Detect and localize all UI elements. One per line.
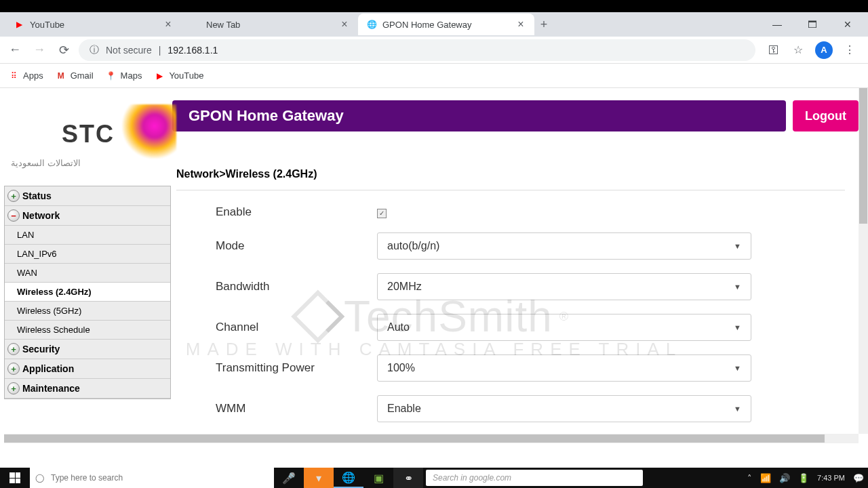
sidebar-section-maintenance[interactable]: + Maintenance: [5, 379, 170, 399]
bookmark-maps[interactable]: 📍 Maps: [106, 70, 142, 81]
tab-title: GPON Home Gateway: [382, 20, 510, 30]
scrollbar-thumb[interactable]: [4, 434, 825, 443]
forward-button[interactable]: →: [30, 41, 49, 60]
taskbar-app-1[interactable]: ▾: [304, 468, 334, 488]
close-icon[interactable]: ×: [339, 19, 350, 30]
tab-newtab[interactable]: New Tab ×: [182, 14, 358, 35]
vertical-scrollbar[interactable]: [859, 88, 868, 434]
bookmarks-bar: ⠿ Apps M Gmail 📍 Maps ▶ YouTube: [0, 64, 868, 88]
enable-label: Enable: [176, 205, 377, 219]
minimize-button[interactable]: —: [768, 19, 787, 30]
youtube-icon: ▶: [154, 70, 165, 81]
bookmark-apps[interactable]: ⠿ Apps: [8, 70, 43, 81]
sidebar-label: Application: [22, 363, 74, 374]
windows-icon: [9, 472, 20, 483]
enable-checkbox[interactable]: ✓: [377, 209, 387, 218]
separator: |: [159, 45, 161, 56]
google-search-box[interactable]: Search in google.com: [426, 470, 643, 486]
power-select[interactable]: 100%▼: [377, 354, 751, 382]
minus-icon: −: [7, 209, 20, 222]
horizontal-scrollbar[interactable]: [4, 434, 859, 443]
sidebar-item-lan[interactable]: LAN: [5, 226, 170, 245]
start-button[interactable]: [0, 468, 30, 488]
search-placeholder: Type here to search: [51, 473, 123, 483]
omnibox[interactable]: ⓘ Not secure | 192.168.1.1: [79, 39, 755, 61]
bandwidth-label: Bandwidth: [176, 280, 377, 293]
browser-chrome: ▶ YouTube × New Tab × 🌐 GPON Home Gatewa…: [0, 12, 868, 88]
sidebar-item-wireless-schedule[interactable]: Wireless Schedule: [5, 321, 170, 340]
sidebar-section-security[interactable]: + Security: [5, 340, 170, 359]
menu-icon[interactable]: ⋮: [842, 43, 857, 58]
close-icon[interactable]: ×: [163, 19, 174, 30]
battery-icon[interactable]: 🔋: [798, 473, 809, 483]
select-value: auto(b/g/n): [387, 240, 439, 252]
taskbar-app-2[interactable]: ▣: [363, 468, 393, 488]
bookmark-youtube[interactable]: ▶ YouTube: [154, 70, 203, 81]
chevron-down-icon: ▼: [734, 405, 741, 413]
logout-button[interactable]: Logout: [793, 100, 859, 131]
wifi-icon[interactable]: 📶: [760, 473, 771, 483]
mode-select[interactable]: auto(b/g/n)▼: [377, 232, 751, 260]
tab-youtube[interactable]: ▶ YouTube ×: [5, 14, 182, 35]
page-title-banner: GPON Home Gateway: [172, 100, 786, 131]
volume-icon[interactable]: 🔊: [779, 473, 790, 483]
tab-gpon[interactable]: 🌐 GPON Home Gateway ×: [358, 14, 534, 35]
sidebar: + Status − Network LAN LAN_IPv6 WAN Wire…: [4, 186, 171, 399]
back-button[interactable]: ←: [5, 41, 24, 60]
blank-icon: [190, 19, 201, 30]
bookmark-label: Gmail: [71, 70, 94, 81]
mode-label: Mode: [176, 239, 377, 253]
scrollbar-thumb[interactable]: [859, 88, 867, 224]
wmm-select[interactable]: Enable▼: [377, 395, 751, 422]
sidebar-section-network[interactable]: − Network: [5, 206, 170, 226]
taskbar-chrome[interactable]: 🌐: [334, 468, 363, 488]
gmail-icon: M: [56, 70, 66, 81]
search-icon: ◯: [35, 473, 44, 483]
sidebar-item-lan-ipv6[interactable]: LAN_IPv6: [5, 245, 170, 264]
logo-arabic: الاتصالات السعودية: [11, 158, 81, 168]
taskbar-search[interactable]: ◯ Type here to search: [30, 468, 274, 488]
select-value: 20MHz: [387, 281, 422, 293]
channel-select[interactable]: Auto▼: [377, 314, 751, 341]
tray-chevron-icon[interactable]: ˄: [747, 473, 752, 483]
channel-label: Channel: [176, 321, 377, 334]
new-tab-button[interactable]: +: [534, 15, 553, 34]
taskbar-mic-icon[interactable]: 🎤: [274, 468, 304, 488]
youtube-icon: ▶: [14, 19, 24, 30]
bandwidth-select[interactable]: 20MHz▼: [377, 273, 751, 300]
bookmark-gmail[interactable]: M Gmail: [56, 70, 94, 81]
sidebar-label: Network: [22, 210, 60, 221]
taskbar-app-3[interactable]: ⚭: [393, 468, 423, 488]
chevron-down-icon: ▼: [734, 323, 741, 331]
close-icon[interactable]: ×: [515, 19, 526, 30]
reload-button[interactable]: ⟳: [54, 41, 73, 60]
close-window-button[interactable]: ✕: [838, 19, 857, 30]
maps-icon: 📍: [106, 70, 117, 81]
main-panel: Network>Wireless (2.4GHz) Enable ✓ Mode …: [171, 168, 859, 434]
sidebar-section-status[interactable]: + Status: [5, 186, 170, 206]
maximize-button[interactable]: 🗖: [803, 19, 822, 30]
window-controls: — 🗖 ✕: [768, 19, 868, 30]
notifications-icon[interactable]: 💬: [853, 473, 864, 483]
bookmark-label: Apps: [23, 70, 43, 81]
sidebar-label: Security: [22, 344, 60, 354]
sidebar-item-wan[interactable]: WAN: [5, 264, 170, 283]
taskbar-clock[interactable]: 7:43 PM: [817, 474, 845, 482]
info-icon[interactable]: ⓘ: [90, 44, 99, 56]
breadcrumb: Network>Wireless (2.4GHz): [176, 168, 845, 180]
gateway-header: STC الاتصالات السعودية GPON Home Gateway…: [0, 88, 859, 168]
plus-icon: +: [7, 343, 20, 355]
select-value: Enable: [387, 403, 421, 415]
star-icon[interactable]: ☆: [791, 43, 806, 58]
logo-graphic: [122, 104, 176, 159]
stc-logo: STC الاتصالات السعودية: [4, 100, 172, 168]
profile-avatar[interactable]: A: [815, 41, 833, 59]
sidebar-section-application[interactable]: + Application: [5, 359, 170, 379]
address-bar: ← → ⟳ ⓘ Not secure | 192.168.1.1 ⚿ ☆ A ⋮: [0, 37, 868, 64]
sidebar-item-wireless-5[interactable]: Wireless (5GHz): [5, 302, 170, 321]
letterbox-top: [0, 0, 868, 12]
key-icon[interactable]: ⚿: [766, 43, 781, 58]
sidebar-item-wireless-24[interactable]: Wireless (2.4GHz): [5, 283, 170, 302]
sidebar-label: Maintenance: [22, 383, 80, 394]
plus-icon: +: [7, 363, 20, 375]
